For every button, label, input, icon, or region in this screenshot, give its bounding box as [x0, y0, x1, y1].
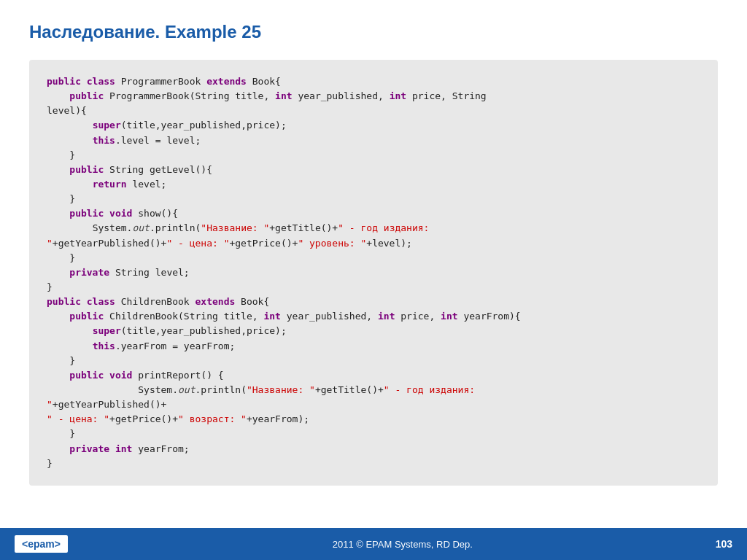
footer-logo: <epam> [15, 535, 68, 553]
footer: <epam> 2011 © EPAM Systems, RD Dep. 103 [0, 528, 747, 560]
footer-page-number: 103 [716, 538, 732, 550]
page-title: Наследование. Example 25 [29, 22, 718, 42]
code-text: public class ProgrammerBook extends Book… [47, 74, 700, 471]
main-content: Наследование. Example 25 public class Pr… [0, 0, 747, 528]
code-block: public class ProgrammerBook extends Book… [29, 60, 718, 486]
footer-copyright: 2011 © EPAM Systems, RD Dep. [90, 539, 716, 550]
